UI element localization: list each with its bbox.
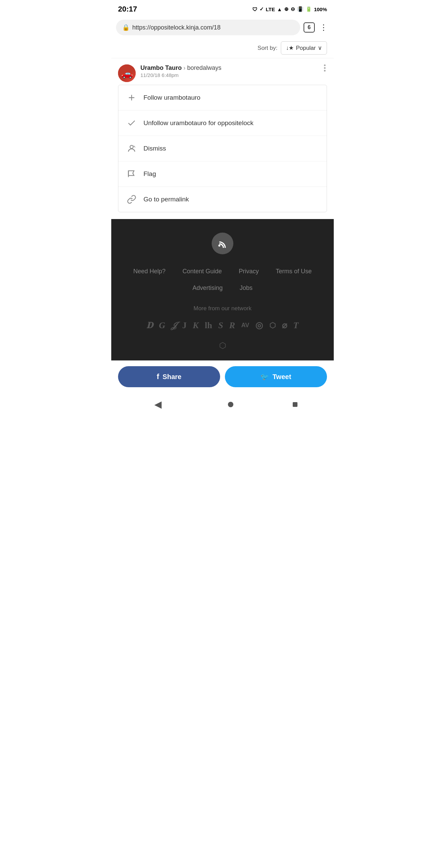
url-protocol: https:// <box>132 24 151 31</box>
context-menu: Follow urambotauro Unfollow urambotauro … <box>118 85 327 212</box>
dismiss-icon <box>127 143 137 154</box>
comment-author: Urambo Tauro › boredalways <box>140 64 318 72</box>
browser-bar: 🔒 https://oppositelock.kinja.com/18 6 ⋮ <box>111 17 334 38</box>
menu-item-permalink[interactable]: Go to permalink <box>118 187 327 212</box>
menu-flag-label: Flag <box>143 170 156 178</box>
footer-link-terms[interactable]: Terms of Use <box>276 268 312 275</box>
network-icon-ih[interactable]: lh <box>205 320 212 331</box>
chevron-down-icon: ∨ <box>318 44 322 52</box>
network-icon-s[interactable]: S <box>218 320 223 331</box>
vibrate-icon: 📳 <box>297 6 304 12</box>
menu-item-unfollow[interactable]: Unfollow urambotauro for oppositelock <box>118 111 327 136</box>
avatar-image <box>118 64 136 82</box>
reply-to: boredalways <box>187 64 221 71</box>
plus-icon <box>127 93 137 103</box>
twitter-tweet-label: Tweet <box>272 373 291 381</box>
dot3 <box>324 70 326 72</box>
rss-button[interactable] <box>212 233 233 254</box>
flag-icon <box>127 169 137 179</box>
url-text: https://oppositelock.kinja.com/18 <box>132 24 220 31</box>
network-icons: 𝐃 G 𝒥 J K lh S R AV ◎ ⬡ ⌀ T <box>147 320 299 331</box>
check-icon: ✓ <box>259 6 264 12</box>
menu-permalink-label: Go to permalink <box>143 196 189 203</box>
plus-circle-icon: ⊕ <box>284 6 289 12</box>
comment-timestamp: 11/20/18 6:48pm <box>140 72 318 78</box>
sort-bar: Sort by: ↓★ Popular ∨ <box>111 38 334 58</box>
status-bar: 20:17 🛡 ✓ LTE ▲ ⊕ ⊖ 📳 🔋 100% <box>111 0 334 17</box>
network-icon-d[interactable]: 𝐃 <box>147 320 153 331</box>
facebook-icon: f <box>157 372 159 381</box>
footer-link-content-guide[interactable]: Content Guide <box>182 268 222 275</box>
lte-label: LTE <box>266 6 275 12</box>
status-icons: 🛡 ✓ LTE ▲ ⊕ ⊖ 📳 🔋 100% <box>252 6 327 12</box>
footer: Need Help? Content Guide Privacy Terms o… <box>111 219 334 360</box>
network-icon-r[interactable]: R <box>229 320 235 331</box>
shield-icon: 🛡 <box>252 6 257 12</box>
network-icon-leaf[interactable]: ⌀ <box>282 320 287 331</box>
network-more-icon: ⬡ <box>219 341 226 350</box>
twitter-icon: 🐦 <box>260 373 269 381</box>
sort-value: Popular <box>296 45 316 52</box>
dot2 <box>324 67 326 69</box>
home-button[interactable] <box>228 402 233 407</box>
check-mark-icon <box>127 118 137 128</box>
menu-dismiss-label: Dismiss <box>143 145 166 152</box>
menu-follow-label: Follow urambotauro <box>143 94 200 101</box>
tab-count[interactable]: 6 <box>304 22 315 33</box>
svg-point-2 <box>130 145 133 149</box>
share-bar: f Share 🐦 Tweet <box>111 360 334 393</box>
nav-bar: ◀ <box>111 393 334 418</box>
facebook-share-label: Share <box>162 373 181 381</box>
battery-icon: 🔋 <box>306 6 312 12</box>
lock-icon: 🔒 <box>122 24 130 31</box>
status-time: 20:17 <box>118 5 137 14</box>
dot1 <box>324 64 326 66</box>
menu-item-follow[interactable]: Follow urambotauro <box>118 85 327 111</box>
footer-link-advertising[interactable]: Advertising <box>192 284 222 292</box>
sort-dropdown[interactable]: ↓★ Popular ∨ <box>281 41 327 55</box>
comment-meta: Urambo Tauro › boredalways 11/20/18 6:48… <box>140 64 318 78</box>
rss-icon <box>217 237 228 250</box>
footer-link-help[interactable]: Need Help? <box>133 268 166 275</box>
url-domain: oppositelock.kinja.com/18 <box>151 24 220 31</box>
network-icon-j1[interactable]: 𝒥 <box>171 320 176 331</box>
comment-header: Urambo Tauro › boredalways 11/20/18 6:48… <box>111 58 334 85</box>
browser-menu-button[interactable]: ⋮ <box>318 23 329 32</box>
battery-percent: 100% <box>314 6 327 12</box>
network-icon-t[interactable]: T <box>293 320 299 331</box>
footer-link-jobs[interactable]: Jobs <box>240 284 253 292</box>
recents-button[interactable] <box>293 402 297 407</box>
network-icon-j2[interactable]: J <box>182 320 187 331</box>
footer-link-privacy[interactable]: Privacy <box>239 268 259 275</box>
network-icon-g[interactable]: G <box>159 320 166 331</box>
menu-item-dismiss[interactable]: Dismiss <box>118 136 327 161</box>
svg-point-5 <box>219 245 220 246</box>
sort-label: Sort by: <box>257 45 277 52</box>
menu-unfollow-label: Unfollow urambotauro for oppositelock <box>143 119 253 127</box>
back-button[interactable]: ◀ <box>148 397 169 411</box>
signal-icon: ▲ <box>277 6 282 12</box>
svg-line-3 <box>134 146 135 147</box>
author-name: Urambo Tauro <box>140 64 182 71</box>
network-icon-hex[interactable]: ⬡ <box>269 321 276 330</box>
network-icon-av[interactable]: AV <box>241 322 249 329</box>
facebook-share-button[interactable]: f Share <box>118 366 220 387</box>
sort-icon: ↓★ <box>286 44 294 52</box>
network-icon-circle[interactable]: ◎ <box>255 320 263 331</box>
footer-links: Need Help? Content Guide Privacy Terms o… <box>118 268 327 292</box>
minus-circle-icon: ⊖ <box>291 6 295 12</box>
link-icon <box>127 194 137 204</box>
reply-arrow: › <box>183 64 186 71</box>
menu-item-flag[interactable]: Flag <box>118 161 327 187</box>
avatar <box>118 64 136 82</box>
url-bar[interactable]: 🔒 https://oppositelock.kinja.com/18 <box>116 20 300 35</box>
comment-more-button[interactable] <box>323 64 327 72</box>
twitter-tweet-button[interactable]: 🐦 Tweet <box>225 366 327 387</box>
more-network-label: More from our network <box>194 305 252 312</box>
network-icon-k[interactable]: K <box>193 320 198 331</box>
